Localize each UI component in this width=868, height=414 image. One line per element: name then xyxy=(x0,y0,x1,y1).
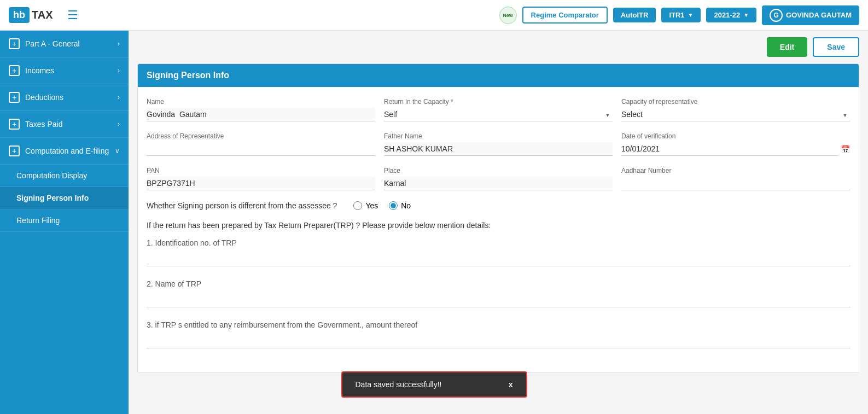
capacity-rep-field: Capacity of representative Select xyxy=(621,98,850,121)
sidebar-item-computation-display[interactable]: Computation Display xyxy=(0,165,129,187)
chevron-right-icon: › xyxy=(118,40,120,48)
trp-name-input[interactable] xyxy=(147,291,850,307)
name-field: Name xyxy=(147,98,375,121)
regime-comparator-button[interactable]: Regime Comparator xyxy=(522,7,608,24)
radio-yes-text: Yes xyxy=(365,201,378,210)
sidebar-item-deductions[interactable]: + Deductions › xyxy=(0,84,129,111)
plus-icon: + xyxy=(9,38,20,49)
trp-reimbursement-input[interactable] xyxy=(147,333,850,348)
year-dropdown-arrow-icon: ▼ xyxy=(743,12,749,18)
header: hb TAX ☰ New Regime Comparator AutoITR I… xyxy=(0,0,868,31)
action-bar: Edit Save xyxy=(137,37,859,57)
year-label: 2021-22 xyxy=(714,11,740,19)
trp-2-label: 2. Name of TRP xyxy=(147,279,850,288)
capacity-rep-select-wrapper: Select xyxy=(621,108,850,121)
pan-input[interactable] xyxy=(147,177,375,190)
chevron-down-icon: ∨ xyxy=(115,147,120,155)
trp-identification-field: 1. Identification no. of TRP xyxy=(147,238,850,266)
place-field: Place xyxy=(384,167,613,190)
plus-icon: + xyxy=(9,145,20,156)
radio-no-label[interactable]: No xyxy=(389,201,411,210)
user-name: GOVINDA GAUTAM xyxy=(786,11,852,19)
hamburger-icon[interactable]: ☰ xyxy=(67,8,78,22)
trp-intro-text: If the return has been prepared by Tax R… xyxy=(147,221,850,230)
logo: hb TAX xyxy=(9,7,53,23)
sidebar-item-signing-person[interactable]: Signing Person Info xyxy=(0,187,129,209)
logo-box: hb xyxy=(9,7,30,23)
return-capacity-field: Return in the Capacity * Self xyxy=(384,98,613,121)
sidebar-item-label: Deductions xyxy=(25,93,63,102)
itr-dropdown-arrow-icon: ▼ xyxy=(688,12,694,18)
sidebar-item-label: Taxes Paid xyxy=(25,120,62,129)
aadhaar-label: Aadhaar Number xyxy=(621,167,850,174)
sidebar-item-label: Incomes xyxy=(25,66,54,75)
card-title: Signing Person Info xyxy=(147,71,229,80)
card-header: Signing Person Info xyxy=(138,64,859,87)
main-content: Edit Save Signing Person Info Name Retur… xyxy=(129,31,868,414)
address-rep-input[interactable] xyxy=(147,142,375,156)
trp-section: If the return has been prepared by Tax R… xyxy=(147,221,850,348)
sidebar-item-label: Part A - General xyxy=(25,39,80,48)
trp-name-field: 2. Name of TRP xyxy=(147,279,850,307)
form-row-3: PAN Place Aadhaar Number xyxy=(147,167,850,190)
name-input[interactable] xyxy=(147,108,375,121)
edit-button[interactable]: Edit xyxy=(767,37,807,57)
itr-dropdown-button[interactable]: ITR1 ▼ xyxy=(661,8,701,22)
aadhaar-field: Aadhaar Number xyxy=(621,167,850,190)
trp-3-label: 3. if TRP s entitled to any reimbursemen… xyxy=(147,320,850,329)
date-verification-field: Date of verification 📅 xyxy=(621,132,850,156)
trp-1-label: 1. Identification no. of TRP xyxy=(147,238,850,247)
toast-close-button[interactable]: x xyxy=(509,380,513,389)
capacity-rep-select[interactable]: Select xyxy=(621,108,850,121)
sidebar-item-label: Computation and E-filing xyxy=(25,147,109,155)
father-name-field: Father Name xyxy=(384,132,613,156)
auto-itr-button[interactable]: AutoITR xyxy=(613,8,656,22)
chevron-right-icon: › xyxy=(118,120,120,128)
user-button[interactable]: G GOVINDA GAUTAM xyxy=(762,5,859,25)
chevron-right-icon: › xyxy=(118,94,120,101)
plus-icon: + xyxy=(9,65,20,76)
sidebar-item-computation[interactable]: + Computation and E-filing ∨ xyxy=(0,138,129,165)
return-capacity-select[interactable]: Self xyxy=(384,108,613,121)
return-capacity-select-wrapper: Self xyxy=(384,108,613,121)
radio-no-input[interactable] xyxy=(389,201,398,210)
sidebar-item-return-filing[interactable]: Return Filing xyxy=(0,209,129,232)
logo-tax: TAX xyxy=(32,9,53,21)
sidebar: + Part A - General › + Incomes › + Deduc… xyxy=(0,31,129,414)
layout: + Part A - General › + Incomes › + Deduc… xyxy=(0,31,868,414)
address-rep-label: Address of Representative xyxy=(147,132,375,140)
name-label: Name xyxy=(147,98,375,106)
return-capacity-label: Return in the Capacity * xyxy=(384,98,613,106)
capacity-rep-label: Capacity of representative xyxy=(621,98,850,106)
pan-field: PAN xyxy=(147,167,375,190)
trp-identification-input[interactable] xyxy=(147,250,850,266)
date-verification-input[interactable] xyxy=(621,142,838,156)
sidebar-sub-item-label: Computation Display xyxy=(16,171,87,180)
plus-icon: + xyxy=(9,92,20,103)
sidebar-item-taxes-paid[interactable]: + Taxes Paid › xyxy=(0,111,129,138)
radio-no-text: No xyxy=(401,201,411,210)
place-input[interactable] xyxy=(384,177,613,190)
calendar-icon: 📅 xyxy=(841,145,850,154)
date-verification-label: Date of verification xyxy=(621,132,850,140)
address-rep-field: Address of Representative xyxy=(147,132,375,156)
place-label: Place xyxy=(384,167,613,174)
radio-yes-input[interactable] xyxy=(353,201,362,210)
aadhaar-input[interactable] xyxy=(621,177,850,190)
toast-message: Data saved successfully!! xyxy=(356,380,442,389)
toast-notification: Data saved successfully!! x xyxy=(341,371,527,398)
save-button[interactable]: Save xyxy=(813,37,859,57)
trp-reimbursement-field: 3. if TRP s entitled to any reimbursemen… xyxy=(147,320,850,348)
chevron-right-icon: › xyxy=(118,67,120,74)
header-right: New Regime Comparator AutoITR ITR1 ▼ 202… xyxy=(499,5,859,25)
father-name-input[interactable] xyxy=(384,142,613,156)
sidebar-sub-item-label: Signing Person Info xyxy=(16,194,89,202)
father-name-label: Father Name xyxy=(384,132,613,140)
radio-yes-label[interactable]: Yes xyxy=(353,201,378,210)
year-dropdown-button[interactable]: 2021-22 ▼ xyxy=(706,8,756,22)
sidebar-item-incomes[interactable]: + Incomes › xyxy=(0,57,129,84)
form-row-2: Address of Representative Father Name Da… xyxy=(147,132,850,156)
sidebar-item-part-a[interactable]: + Part A - General › xyxy=(0,31,129,57)
sidebar-sub-item-label: Return Filing xyxy=(16,216,60,225)
card-body: Name Return in the Capacity * Self Capac… xyxy=(138,87,859,372)
